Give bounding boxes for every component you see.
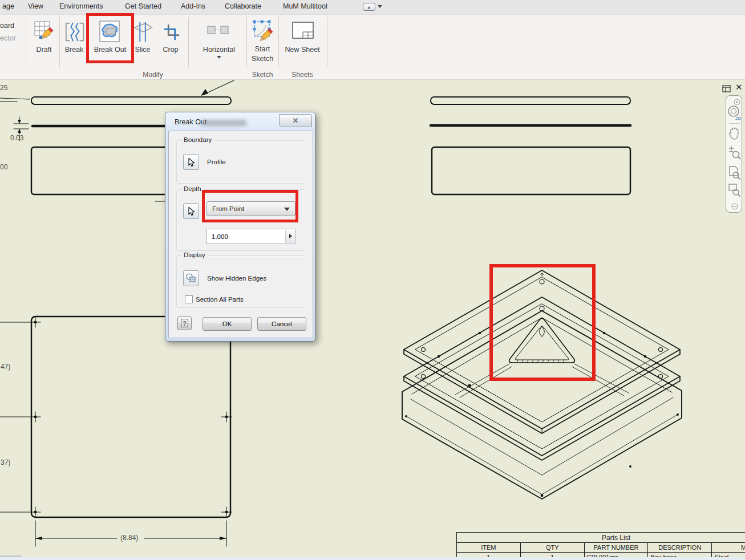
parts-list-title: Parts List [457, 533, 745, 543]
navbar-divider [729, 123, 740, 124]
break-button[interactable]: Break [65, 46, 84, 54]
panel-label-sheets: Sheets [291, 71, 313, 79]
tab-manage-clipped[interactable]: age [2, 2, 14, 10]
help-button[interactable]: ? [177, 316, 192, 330]
ribbon-divider [188, 17, 189, 67]
dim-left-clipped: 00 [0, 163, 7, 171]
clipboard-label-clipped: oard [0, 22, 14, 30]
ok-button[interactable]: OK [203, 317, 252, 331]
chevron-down-icon[interactable] [378, 5, 382, 8]
tab-collaborate[interactable]: Collaborate [225, 2, 261, 10]
depth-group-label: Depth [181, 185, 204, 192]
bottom-edge-strip [0, 557, 745, 560]
close-icon[interactable]: ✕ [735, 82, 743, 92]
ribbon-divider [327, 17, 327, 67]
panel-label-sketch: Sketch [252, 71, 273, 79]
start-sketch-button[interactable]: Start Sketch [248, 44, 277, 64]
col-description: DESCRIPTION [648, 543, 712, 553]
section-all-parts-label: Section All Parts [196, 296, 244, 303]
dim-left-lower: 37) [1, 458, 10, 466]
chevron-down-icon[interactable] [217, 56, 221, 59]
parts-list-header-row: ITEM QTY PART NUMBER DESCRIPTION M [457, 543, 745, 553]
profile-label: Profile [207, 159, 226, 165]
blurred-text [201, 120, 246, 126]
zoom-window-icon[interactable] [728, 182, 741, 200]
slice-button[interactable]: Slice [135, 46, 150, 54]
depth-value-input[interactable] [207, 229, 295, 244]
dialog-close-button[interactable]: ✕ [279, 114, 312, 127]
cancel-button[interactable]: Cancel [257, 317, 306, 331]
window-restore-icon[interactable] [722, 84, 731, 95]
cursor-icon [188, 207, 196, 216]
navigation-bar: 2D [726, 95, 742, 213]
highlight-box-from-point-dropdown [202, 190, 298, 222]
break-out-dialog: Break Out ✕ Boundary Profile Depth From … [165, 112, 315, 342]
ribbon-collapse-button[interactable]: ▲ [363, 3, 375, 11]
arrow-right-icon [289, 234, 292, 238]
tab-view[interactable]: View [28, 2, 43, 10]
pan-hand-icon[interactable] [728, 126, 741, 143]
col-qty: QTY [520, 543, 584, 553]
highlight-box-isometric-detail [489, 264, 596, 381]
zoom-all-icon[interactable] [728, 165, 741, 182]
tab-get-started[interactable]: Get Started [125, 2, 161, 10]
tab-add-ins[interactable]: Add-Ins [181, 2, 205, 10]
dim-thickness: 0.03 [10, 134, 23, 142]
navbar-collapse-icon[interactable] [731, 202, 738, 212]
col-part-number: PART NUMBER [584, 543, 648, 553]
dim-left-upper: 47) [1, 363, 10, 371]
ribbon-divider [246, 17, 247, 67]
dim-width: (8.84) [120, 534, 138, 542]
crop-icon[interactable] [161, 22, 181, 44]
draft-icon[interactable] [33, 18, 55, 46]
depth-point-select-button[interactable] [183, 203, 199, 219]
horizontal-button[interactable]: Horizontal [203, 46, 235, 54]
display-group-label: Display [181, 251, 208, 258]
ribbon-divider [59, 17, 60, 67]
break-icon[interactable] [64, 21, 86, 46]
dim-top-clipped: 25 [0, 84, 7, 92]
cursor-icon [188, 158, 196, 167]
drawing-sheet[interactable]: 25 0.03 00 47) 37) (8.84) Parts List ITE… [0, 80, 745, 560]
help-icon: ? [181, 319, 188, 327]
new-sheet-icon[interactable] [291, 21, 315, 42]
section-all-parts-checkbox[interactable] [185, 295, 193, 303]
depth-spinner-button[interactable] [285, 230, 295, 243]
ribbon-divider [278, 17, 279, 67]
zoom-in-out-icon[interactable] [728, 145, 741, 163]
parts-list-table: Parts List ITEM QTY PART NUMBER DESCRIPT… [456, 532, 745, 560]
boundary-group-label: Boundary [181, 136, 214, 143]
drawing-linework [0, 80, 745, 560]
ribbon-divider [26, 17, 26, 67]
show-hidden-edges-button[interactable] [183, 270, 199, 286]
hidden-edges-icon [185, 273, 197, 284]
tab-mum-multitool[interactable]: MuM Multitool [283, 2, 327, 10]
new-sheet-button[interactable]: New Sheet [285, 46, 319, 54]
steering-wheel-2d-icon[interactable]: 2D [728, 105, 741, 123]
profile-select-button[interactable] [183, 154, 199, 170]
col-item: ITEM [457, 543, 521, 553]
start-sketch-icon[interactable] [251, 18, 275, 44]
crop-button[interactable]: Crop [163, 46, 178, 54]
show-hidden-edges-label: Show Hidden Edges [207, 275, 266, 282]
slice-icon[interactable] [132, 21, 154, 46]
svg-text:2D: 2D [735, 116, 741, 121]
horizontal-icon[interactable] [207, 24, 229, 39]
col-material-clipped: M [712, 543, 745, 553]
draft-button[interactable]: Draft [36, 46, 51, 54]
tab-environments[interactable]: Environments [59, 2, 103, 10]
panel-label-modify: Modify [143, 71, 163, 79]
selector-label-clipped: ector [0, 34, 16, 42]
highlight-box-break-out-button [86, 13, 134, 63]
